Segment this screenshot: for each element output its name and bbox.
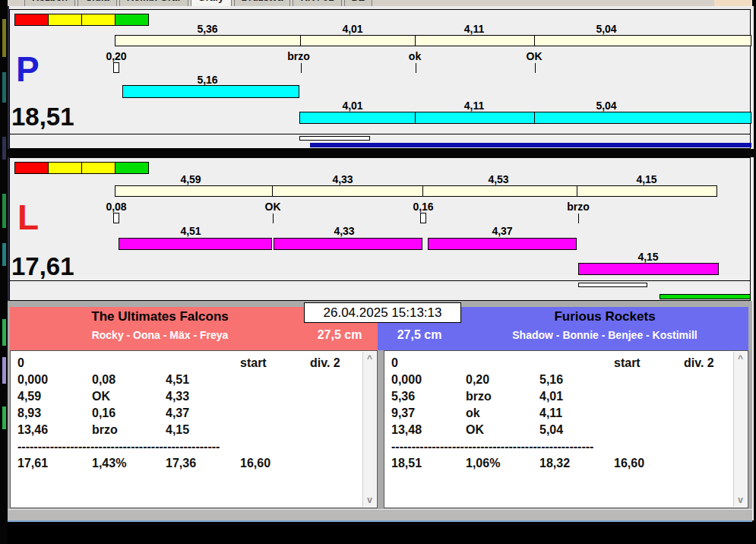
cell: 5,36 (391, 388, 466, 405)
run-seg-label: 4,11 (429, 100, 520, 112)
cell: 16,60 (614, 455, 684, 472)
cell: 17,61 (17, 455, 92, 472)
cell: 4,01 (539, 388, 614, 405)
tab-grafy[interactable]: Grafy (191, 0, 232, 6)
light-yellow-2 (81, 162, 115, 174)
scroll-up-icon[interactable]: ^ (734, 353, 747, 364)
cell (614, 405, 684, 422)
scroll-down-icon[interactable]: v (363, 495, 376, 505)
tab-rozbeh[interactable]: Rozbeh (24, 0, 75, 6)
tick-mark (535, 63, 536, 73)
cell: 9,37 (391, 405, 466, 422)
run-bar (428, 238, 577, 250)
cell (614, 372, 684, 388)
cell: brzo (92, 422, 166, 438)
tick-mark (578, 213, 579, 223)
total-time-l: 17,61 (11, 254, 74, 279)
tab-druzstva[interactable]: Druzstva (234, 0, 291, 6)
scrollbar[interactable]: ^ v (362, 352, 376, 507)
score-table-left-grid: 0 start div. 2 0,000 0,08 4,51 4,59 OK 4… (11, 351, 377, 472)
cell: 5,04 (539, 422, 614, 438)
light-red (14, 14, 49, 26)
run-bar (578, 263, 719, 275)
cell: 18,32 (539, 455, 614, 472)
cell: OK (92, 388, 166, 405)
tick-label: ok (384, 50, 445, 62)
light-green (115, 14, 149, 26)
run-bar (122, 85, 299, 98)
ref-segment (115, 186, 273, 196)
run-seg-label: 4,01 (307, 100, 398, 112)
tick-label: brzo (548, 201, 609, 213)
ref-segment (301, 36, 416, 46)
cell: 13,46 (17, 422, 92, 438)
ref-seg-label: 5,36 (162, 23, 253, 35)
datetime-display: 26.04.2025 15:13:13 (304, 302, 461, 323)
light-yellow-1 (48, 162, 82, 174)
cell: 4,37 (166, 405, 240, 422)
tick-mark (301, 63, 302, 73)
ref-seg-label: 4,59 (145, 173, 236, 185)
light-yellow-2 (81, 14, 115, 26)
desktop-fragment (2, 194, 6, 228)
cell: start (240, 355, 310, 372)
cell: 4,59 (17, 388, 92, 405)
ref-segment (423, 186, 577, 196)
run-seg-label: 4,51 (145, 225, 236, 237)
panel-divider (8, 149, 756, 157)
ref-seg-label: 4,01 (307, 23, 398, 35)
cell: 0,16 (92, 405, 166, 422)
tab-cidla[interactable]: Cidla (77, 0, 117, 6)
team-right-size: 27,5 cm (385, 328, 454, 342)
cell: 0 (17, 355, 92, 372)
cell: OK (466, 422, 539, 438)
tab-bar: Rozbeh Cidla Kombi Graf Grafy Druzstva K… (8, 0, 714, 6)
cell (466, 355, 539, 372)
desktop-edge-sliver (0, 0, 8, 544)
tab-kk-01[interactable]: KK / 01 (293, 0, 341, 6)
ref-segment (577, 186, 716, 196)
score-table-left: 0 start div. 2 0,000 0,08 4,51 4,59 OK 4… (10, 350, 378, 508)
run-segment (535, 112, 751, 123)
ref-seg-label: 5,04 (561, 23, 652, 35)
tick-label: 0,16 (393, 201, 454, 213)
cell: 4,51 (166, 372, 240, 388)
scroll-down-icon[interactable]: v (734, 495, 747, 505)
tick-mark (416, 63, 416, 73)
panel-p: 5,36 4,01 4,11 5,04 0,20 brzo ok OK P 5,… (9, 9, 751, 149)
light-green (115, 162, 149, 174)
scrollbar[interactable]: ^ v (733, 352, 747, 507)
cell (539, 355, 614, 372)
run-bar (119, 238, 272, 250)
fault-marker (420, 213, 426, 223)
ref-seg-label: 4,33 (297, 173, 388, 185)
run-bar (299, 112, 751, 124)
cell: brzo (466, 388, 539, 405)
cell (240, 422, 310, 438)
team-right-members: Shadow - Bonnie - Benjee - Kostimill (461, 329, 748, 341)
run-seg-label: 4,15 (603, 251, 694, 263)
reference-bar (115, 35, 751, 46)
progress-bar-green (660, 294, 751, 299)
cell (240, 405, 310, 422)
cell (614, 422, 684, 438)
light-red (14, 162, 49, 174)
scroll-up-icon[interactable]: ^ (363, 353, 376, 364)
separator-row: ----------------------------------------… (391, 438, 614, 455)
cell (614, 388, 684, 405)
desktop-fragment (2, 406, 6, 429)
cell (240, 388, 310, 405)
tab-kombi-graf[interactable]: Kombi Graf (119, 0, 188, 6)
cell: 0,20 (466, 372, 539, 388)
start-lights (14, 14, 148, 26)
fault-marker (113, 213, 119, 223)
tab-dz[interactable]: DZ (344, 0, 372, 6)
ref-seg-label: 4,11 (429, 23, 520, 35)
cell (240, 438, 310, 455)
app-screen: Rozbeh Cidla Kombi Graf Grafy Druzstva K… (0, 0, 756, 544)
run-segment (300, 112, 416, 123)
baseline (10, 280, 750, 281)
panel-l: 4,59 4,33 4,53 4,15 0,08 OK 0,16 brzo L … (9, 157, 751, 301)
cell: 1,43% (92, 455, 166, 472)
tick-mark (273, 213, 274, 223)
